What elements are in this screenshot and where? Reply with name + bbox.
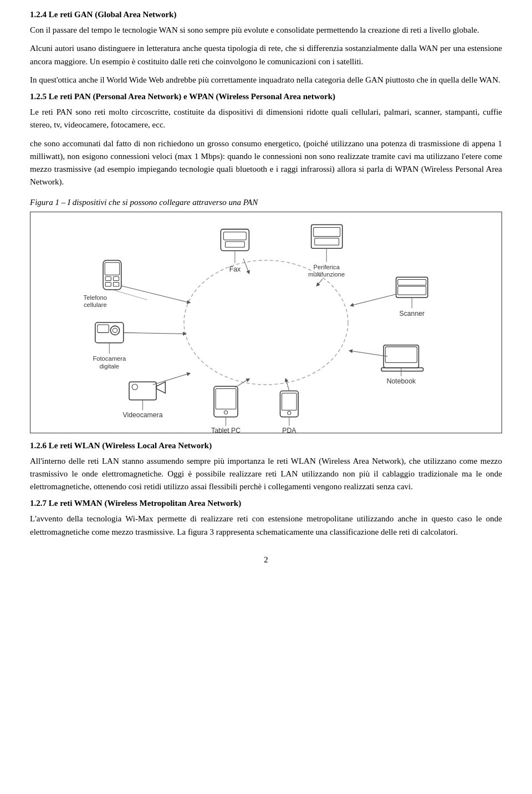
- figure-1-block: Figura 1 – I dispositivi che si possono …: [30, 198, 502, 433]
- section-126-heading: 1.2.6 Le reti WLAN (Wireless Local Area …: [30, 441, 502, 450]
- svg-rect-3: [226, 242, 245, 247]
- svg-rect-14: [398, 286, 426, 294]
- svg-text:Tablet PC: Tablet PC: [211, 427, 241, 433]
- svg-point-34: [132, 384, 137, 390]
- svg-line-61: [121, 285, 190, 303]
- svg-line-54: [317, 279, 323, 285]
- svg-rect-48: [105, 282, 111, 286]
- svg-text:Telefono: Telefono: [84, 294, 107, 301]
- section-124: 1.2.4 Le reti GAN (Global Area Network) …: [30, 10, 502, 86]
- svg-text:Scanner: Scanner: [400, 309, 425, 317]
- svg-rect-28: [216, 388, 236, 409]
- svg-line-56: [350, 351, 387, 356]
- svg-rect-13: [398, 279, 426, 285]
- figure-1-caption: Figura 1 – I dispositivi che si possono …: [30, 198, 502, 207]
- svg-rect-47: [113, 276, 119, 280]
- svg-text:cellulare: cellulare: [84, 301, 107, 308]
- svg-marker-33: [156, 382, 165, 393]
- svg-rect-18: [385, 346, 417, 362]
- section-125-para2: che sono accomunati dal fatto di non ric…: [30, 137, 502, 189]
- section-126: 1.2.6 Le reti WLAN (Wireless Local Area …: [30, 441, 502, 494]
- svg-point-29: [224, 411, 227, 414]
- section-124-heading: 1.2.4 Le reti GAN (Global Area Network): [30, 10, 502, 19]
- svg-text:Videocamera: Videocamera: [123, 411, 163, 419]
- page-number: 2: [30, 555, 502, 565]
- section-124-para1: Con il passare del tempo le tecnologie W…: [30, 24, 502, 37]
- svg-point-0: [184, 260, 348, 385]
- svg-rect-45: [105, 262, 120, 274]
- pan-diagram-svg: Fax Periferica multifunzione Scanner Not…: [30, 212, 502, 433]
- svg-rect-2: [223, 232, 246, 239]
- section-127: 1.2.7 Le reti WMAN (Wireless Metropolita…: [30, 499, 502, 539]
- svg-line-53: [243, 258, 249, 273]
- section-124-para2: Alcuni autori usano distinguere in lette…: [30, 42, 502, 68]
- section-127-para1: L'avvento della tecnologia Wi-Max permet…: [30, 513, 502, 539]
- svg-line-60: [124, 332, 186, 334]
- svg-rect-38: [98, 325, 109, 332]
- section-125-heading: 1.2.5 Le reti PAN (Personal Area Network…: [30, 92, 502, 101]
- svg-text:Periferica: Periferica: [313, 264, 340, 270]
- figure-1-diagram: Fax Periferica multifunzione Scanner Not…: [30, 212, 502, 433]
- svg-rect-19: [381, 367, 423, 371]
- svg-text:PDA: PDA: [282, 427, 296, 433]
- svg-rect-8: [315, 238, 339, 244]
- svg-text:digitale: digitale: [100, 362, 120, 369]
- svg-line-55: [351, 294, 396, 305]
- svg-rect-49: [113, 282, 119, 286]
- svg-rect-22: [280, 391, 299, 417]
- svg-line-59: [153, 373, 190, 384]
- section-125: 1.2.5 Le reti PAN (Personal Area Network…: [30, 92, 502, 189]
- section-124-para3: In quest'ottica anche il World Wide Web …: [30, 74, 502, 86]
- svg-line-50: [112, 289, 147, 299]
- svg-text:Fax: Fax: [229, 265, 241, 273]
- svg-text:Notebook: Notebook: [387, 377, 416, 385]
- svg-rect-27: [214, 386, 238, 417]
- svg-rect-17: [383, 345, 418, 367]
- svg-rect-46: [105, 276, 111, 280]
- svg-rect-23: [282, 393, 297, 410]
- svg-text:Fotocamera: Fotocamera: [93, 355, 126, 362]
- svg-rect-7: [314, 227, 340, 236]
- section-127-heading: 1.2.7 Le reti WMAN (Wireless Metropolita…: [30, 499, 502, 508]
- svg-point-24: [288, 411, 291, 414]
- svg-text:multifunzione: multifunzione: [308, 271, 345, 278]
- svg-point-40: [112, 328, 117, 332]
- svg-point-39: [110, 326, 119, 335]
- section-126-para1: All'interno delle reti LAN stanno assume…: [30, 455, 502, 494]
- svg-line-57: [286, 379, 289, 391]
- section-125-para1: Le reti PAN sono reti molto circoscritte…: [30, 106, 502, 132]
